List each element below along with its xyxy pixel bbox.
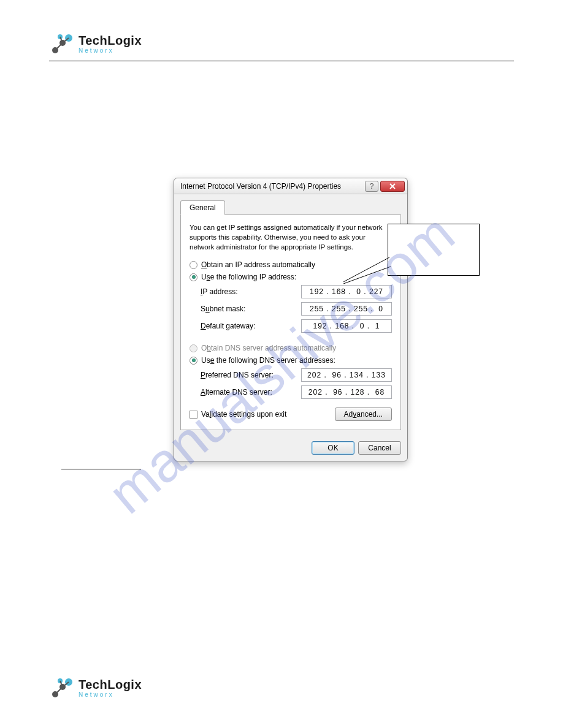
preferred-dns-label: Preferred DNS server: — [201, 371, 301, 379]
radio-label: Use the following DNS server addresses: — [201, 356, 335, 365]
default-gateway-row: Default gateway: — [201, 319, 392, 333]
svg-line-4 — [55, 43, 63, 50]
brand-icon — [49, 676, 74, 700]
radio-obtain-ip-auto[interactable]: Obtain an IP address automatically — [190, 260, 392, 269]
alternate-dns-input[interactable] — [301, 385, 392, 399]
alternate-dns-label: Alternate DNS server: — [201, 388, 301, 396]
radio-icon — [190, 344, 197, 352]
ipv4-properties-dialog: Internet Protocol Version 4 (TCP/IPv4) P… — [174, 178, 408, 461]
advanced-button[interactable]: Advanced... — [335, 408, 392, 421]
checkbox-label: Validate settings upon exit — [201, 410, 286, 419]
checkbox-icon — [190, 411, 197, 419]
radio-label: Use the following IP address: — [201, 273, 296, 281]
help-text: You can get IP settings assigned automat… — [190, 222, 392, 252]
brand-name: TechLogix — [79, 34, 142, 47]
brand-subtitle: Networx — [79, 48, 142, 54]
ok-button[interactable]: OK — [312, 441, 354, 455]
subnet-mask-input[interactable] — [301, 302, 392, 316]
ip-address-input[interactable] — [301, 285, 392, 298]
default-gateway-input[interactable] — [301, 319, 392, 333]
title-bar: Internet Protocol Version 4 (TCP/IPv4) P… — [174, 178, 407, 194]
subnet-mask-row: Subnet mask: — [201, 302, 392, 316]
radio-obtain-dns-auto: Obtain DNS server address automatically — [190, 344, 392, 352]
tab-general[interactable]: General — [180, 200, 225, 215]
cancel-button[interactable]: Cancel — [358, 441, 401, 455]
radio-icon — [190, 357, 197, 365]
brand-icon — [49, 32, 74, 56]
brand-subtitle: Networx — [79, 692, 142, 698]
brand-logo-footer: TechLogix Networx — [49, 676, 142, 700]
radio-label: Obtain an IP address automatically — [201, 260, 315, 269]
document-underline — [61, 469, 141, 469]
alternate-dns-row: Alternate DNS server: — [201, 385, 392, 399]
close-button[interactable] — [380, 181, 405, 192]
ip-address-label: IP address: — [201, 287, 301, 296]
dialog-title: Internet Protocol Version 4 (TCP/IPv4) P… — [180, 182, 365, 191]
brand-logo: TechLogix Networx — [49, 32, 142, 56]
radio-icon — [190, 261, 197, 269]
page-footer: TechLogix Networx — [49, 676, 514, 700]
close-icon — [389, 183, 396, 189]
preferred-dns-row: Preferred DNS server: — [201, 368, 392, 382]
help-button[interactable]: ? — [365, 181, 378, 192]
svg-line-15 — [55, 687, 63, 694]
preferred-dns-input[interactable] — [301, 368, 392, 382]
subnet-mask-label: Subnet mask: — [201, 305, 301, 313]
default-gateway-label: Default gateway: — [201, 322, 301, 330]
radio-use-following-ip[interactable]: Use the following IP address: — [190, 273, 392, 281]
validate-settings-checkbox[interactable]: Validate settings upon exit — [190, 410, 286, 419]
radio-icon — [190, 273, 197, 281]
ip-address-row: IP address: — [201, 285, 392, 298]
page-header: TechLogix Networx — [49, 28, 514, 61]
callout-annotation — [388, 224, 480, 276]
radio-label: Obtain DNS server address automatically — [201, 344, 336, 352]
radio-use-following-dns[interactable]: Use the following DNS server addresses: — [190, 356, 392, 365]
brand-name: TechLogix — [79, 678, 142, 691]
